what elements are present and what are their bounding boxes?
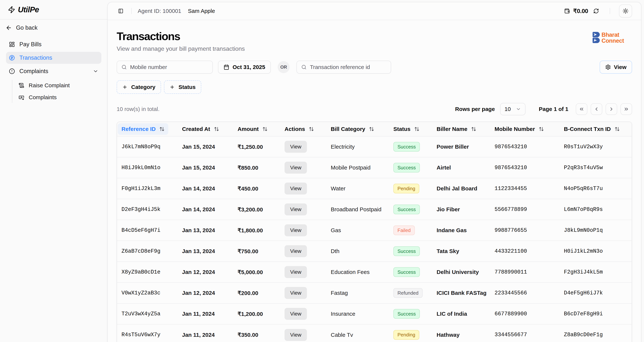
status-badge: Success [393,163,420,172]
sort-icon [214,126,219,132]
total-rows-text: 10 row(s) in total. [117,106,160,112]
sidebar: UtilPe Go back Pay Bills Transactions Co… [0,0,107,342]
cell-actions: View [280,157,326,178]
column-header-amount[interactable]: Amount [233,122,280,136]
title-row: Transactions View and manage your bill p… [117,30,632,52]
row-view-button[interactable]: View [284,203,307,215]
date-picker-button[interactable]: Oct 31, 2025 [218,61,271,74]
status-badge: Success [393,205,420,214]
app-logo: UtilPe [0,0,107,20]
status-filter-button[interactable]: Status [164,80,201,94]
banknote-down-icon [19,95,24,100]
cell-created-at: Jan 15, 2024 [178,136,233,157]
bharat-connect-logo-image: Bharat Connect [592,32,624,44]
cell-biller-name: Indane Gas [432,220,490,241]
sidebar-nav: Pay Bills Transactions Complaints Raise … [6,39,101,103]
cell-created-at: Jan 14, 2024 [178,199,233,220]
column-header-created-at[interactable]: Created At [178,122,233,136]
cell-biller-name: LIC of India [432,303,490,324]
cell-bconnect-txn-id: N4oP5qR6sT7u [560,178,632,199]
search-icon [301,65,306,70]
page-title: Transactions [117,30,245,43]
cell-bconnect-txn-id: D4eF5gH6iJ7k [560,282,632,303]
mobile-search-field[interactable] [117,61,213,74]
column-header-biller-name[interactable]: Biller Name [432,122,490,136]
row-view-button[interactable]: View [284,266,307,278]
reference-search-input[interactable] [310,64,386,70]
cell-reference-id: R4sT5uV6wX7y [117,324,178,342]
cell-bill-category: Broadband Postpaid [326,199,389,220]
cell-bill-category: Water [326,178,389,199]
next-page-button[interactable] [606,103,617,115]
sidebar-toggle-button[interactable] [117,7,125,15]
row-view-button[interactable]: View [284,183,307,194]
view-settings-button[interactable]: View [600,61,632,74]
category-filter-button[interactable]: Category [117,80,161,94]
sort-icon [614,126,620,132]
mobile-search-input[interactable] [130,64,208,70]
last-page-button[interactable] [620,103,632,115]
cell-amount: ₹5,000.00 [233,262,280,282]
cell-reference-id: V0wX1yZ2aB3c [117,282,178,303]
cell-status: Success [389,136,432,157]
status-badge: Failed [393,225,415,235]
reference-search-field[interactable] [296,61,391,74]
sidebar-item-pay-bills[interactable]: Pay Bills [6,39,101,50]
wallet-balance[interactable]: ₹0.00 [564,8,593,15]
cell-biller-name: Power Biller [432,136,490,157]
cell-mobile-number: 7788990011 [490,262,560,282]
cell-amount: ₹3,200.00 [233,199,280,220]
row-view-button[interactable]: View [284,141,307,153]
pager [576,103,632,115]
sidebar-subitem-raise-complaint[interactable]: Raise Complaint [16,80,101,91]
refresh-balance-button[interactable] [593,8,599,14]
column-header-actions[interactable]: Actions [280,122,326,136]
layout-dashboard-icon [9,41,15,47]
cell-biller-name: Tata Sky [432,241,490,262]
row-view-button[interactable]: View [284,287,307,299]
table-row: T2uV3wX4yZ5a Jan 11, 2024 ₹1,200.00 View… [117,303,632,324]
cell-bconnect-txn-id: J8kL9mN0oP1q [560,220,632,241]
row-view-button[interactable]: View [284,162,307,174]
cell-status: Success [389,303,432,324]
column-header-bill-category[interactable]: Bill Category [326,122,389,136]
column-header-b-connect-txn-id[interactable]: B-Connect Txn ID [560,122,632,136]
cell-actions: View [280,303,326,324]
cell-bconnect-txn-id: H0iJ1kL2mN3o [560,241,632,262]
cell-bconnect-txn-id: P2qR3sT4uV5w [560,157,632,178]
svg-text:Connect: Connect [602,38,624,44]
previous-page-button[interactable] [591,103,602,115]
row-view-button[interactable]: View [284,245,307,257]
cell-mobile-number: 4433221100 [490,241,560,262]
main-panel: Agent ID: 100001 Sam Apple ₹0.00 Transac… [107,2,642,342]
cell-created-at: Jan 11, 2024 [178,324,233,342]
row-view-button[interactable]: View [284,308,307,320]
column-header-reference-id[interactable]: Reference ID [117,122,178,136]
row-view-button[interactable]: View [284,329,307,341]
cell-mobile-number: 3344556677 [490,324,560,342]
first-page-button[interactable] [576,103,587,115]
column-header-status[interactable]: Status [389,122,432,136]
theme-toggle-button[interactable] [619,5,632,18]
cell-status: Failed [389,220,432,241]
pagination-controls: Rows per page 10 Page 1 of 1 [455,103,632,115]
cell-reference-id: Z6aB7cD8eF9g [117,241,178,262]
status-badge: Pending [393,184,419,193]
column-header-mobile-number[interactable]: Mobile Number [490,122,560,136]
cell-mobile-number: 9988776655 [490,220,560,241]
page-info: Page 1 of 1 [539,106,568,112]
table-row: Z6aB7cD8eF9g Jan 13, 2024 ₹750.00 View D… [117,241,632,262]
rows-per-page-select[interactable]: 10 [500,103,526,115]
sidebar-item-transactions[interactable]: Transactions [6,52,101,64]
go-back-button[interactable]: Go back [3,22,104,34]
topbar-right-separator [610,8,610,14]
table-row: V0wX1yZ2aB3c Jan 12, 2024 ₹200.00 View F… [117,282,632,303]
row-view-button[interactable]: View [284,224,307,236]
table-meta-row: 10 row(s) in total. Rows per page 10 Pag… [117,103,632,115]
sidebar-subitem-complaints[interactable]: Complaints [16,92,101,103]
cell-bill-category: Education Fees [326,262,389,282]
sidebar-item-complaints[interactable]: Complaints [6,65,101,77]
page-subtitle: View and manage your bill payment transa… [117,45,245,52]
cell-biller-name: Hathway [432,324,490,342]
cell-reference-id: B4cD5eF6gH7i [117,220,178,241]
